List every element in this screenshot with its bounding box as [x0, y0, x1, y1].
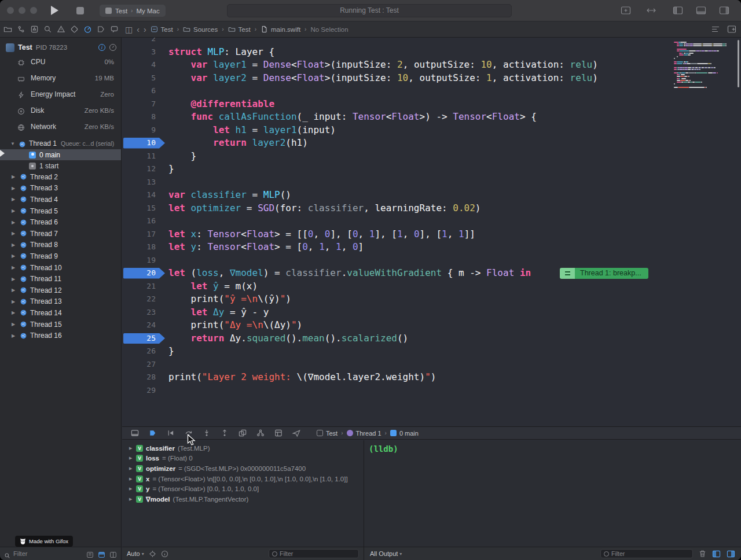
navigator-find-icon[interactable]: [43, 25, 52, 34]
code-line-9[interactable]: 9 let h1 = layer1(input): [122, 124, 741, 137]
code-line-4[interactable]: 4 var layer1 = Dense<Float>(inputSize: 2…: [122, 58, 741, 72]
code-text[interactable]: func callAsFunction(_ input: Tensor<Floa…: [168, 110, 537, 124]
line-number[interactable]: 20: [122, 267, 156, 280]
navigator-reports-icon[interactable]: [110, 25, 119, 34]
navigator-breakpoints-icon[interactable]: [97, 25, 105, 34]
disclosure-right-icon[interactable]: ▶: [12, 197, 17, 202]
scheme-selector[interactable]: Test › My Mac: [100, 5, 166, 17]
line-number[interactable]: 5: [122, 72, 156, 85]
line-number[interactable]: 23: [122, 306, 156, 319]
line-number[interactable]: 11: [122, 150, 156, 163]
editor-focus-icon[interactable]: [646, 6, 656, 15]
line-number[interactable]: 21: [122, 280, 156, 293]
disclosure-right-icon[interactable]: ▶: [12, 277, 17, 282]
disclosure-right-icon[interactable]: ▶: [12, 322, 17, 327]
disclosure-right-icon[interactable]: ▶: [12, 208, 17, 213]
console-filter-field[interactable]: [600, 549, 693, 558]
code-text[interactable]: let ŷ = m(x): [168, 280, 258, 293]
disclosure-right-icon[interactable]: ▶: [12, 242, 17, 248]
navigator-filter-input[interactable]: [13, 550, 65, 557]
gauge-icon[interactable]: [109, 44, 116, 51]
variable-row[interactable]: ▶Voptimizer= (SGD<Test.MLP>) 0x000000011…: [122, 463, 364, 474]
code-line-27[interactable]: 27: [122, 358, 741, 371]
code-text[interactable]: let optimizer = SGD(for: classifier, lea…: [168, 202, 480, 215]
minimap[interactable]: [668, 38, 741, 426]
code-line-23[interactable]: 23 let Δy = ŷ - y: [122, 306, 741, 319]
line-number[interactable]: 16: [122, 215, 156, 228]
line-number[interactable]: 13: [122, 176, 156, 189]
sidebar-item-thread-5[interactable]: ▶Thread 5: [0, 205, 121, 217]
breakpoint-badge-icon[interactable]: [560, 268, 575, 279]
gauge-row-memory[interactable]: Memory19 MB: [0, 70, 121, 86]
code-line-16[interactable]: 16: [122, 215, 741, 228]
disclosure-down-icon[interactable]: ▼: [10, 141, 16, 146]
code-text[interactable]: let y: Tensor<Float> = [0, 1, 1, 0]: [168, 241, 364, 254]
code-line-12[interactable]: 12}: [122, 163, 741, 176]
code-line-28[interactable]: 28print("Layer 2 weight: \(∇model.layer2…: [122, 371, 741, 384]
code-line-25[interactable]: 25 return Δy.squared().mean().scalarized…: [122, 332, 741, 345]
sidebar-item-thread-12[interactable]: ▶Thread 12: [0, 285, 121, 296]
code-text[interactable]: }: [168, 163, 174, 176]
code-line-20[interactable]: 20let (loss, ∇model) = classifier.valueW…: [122, 267, 741, 280]
sidebar-item-thread-9[interactable]: ▶Thread 9: [0, 250, 121, 262]
line-number[interactable]: 9: [122, 124, 156, 137]
back-icon[interactable]: ‹: [137, 25, 140, 34]
line-number[interactable]: 22: [122, 293, 156, 306]
disclosure-right-icon[interactable]: ▶: [12, 310, 17, 315]
info-icon[interactable]: i: [98, 44, 105, 51]
toggle-debug-area-icon[interactable]: [696, 6, 706, 15]
line-number[interactable]: 24: [122, 319, 156, 332]
console-filter-input[interactable]: [611, 550, 675, 557]
sidebar-item-thread-11[interactable]: ▶Thread 11: [0, 273, 121, 285]
disclosure-right-icon[interactable]: ▶: [129, 446, 135, 451]
line-number[interactable]: 8: [122, 110, 156, 124]
step-into-icon[interactable]: [202, 429, 211, 437]
line-number[interactable]: 7: [122, 98, 156, 111]
code-text[interactable]: let (loss, ∇model) = classifier.valueWit…: [168, 267, 531, 280]
line-number[interactable]: 19: [122, 254, 156, 267]
code-line-10[interactable]: 10 return layer2(h1): [122, 137, 741, 150]
disclosure-right-icon[interactable]: ▶: [12, 265, 17, 270]
code-line-18[interactable]: 18let y: Tensor<Float> = [0, 1, 1, 0]: [122, 241, 741, 254]
debug-jump-item[interactable]: Test: [317, 430, 338, 437]
code-text[interactable]: let h1 = layer1(input): [168, 124, 336, 137]
add-editor-icon[interactable]: [621, 6, 631, 15]
source-editor[interactable]: 23struct MLP: Layer {4 var layer1 = Dens…: [122, 38, 741, 426]
disclosure-right-icon[interactable]: ▶: [129, 487, 135, 491]
stack-frame-1[interactable]: 1 start: [0, 160, 121, 171]
code-text[interactable]: var layer1 = Dense<Float>(inputSize: 2, …: [168, 58, 598, 72]
gauge-row-energy-impact[interactable]: Energy ImpactZero: [0, 86, 121, 102]
variable-row[interactable]: ▶Vy= (Tensor<Float>) [0.0, 1.0, 1.0, 0.0…: [122, 484, 364, 494]
code-line-2[interactable]: 2: [122, 38, 741, 46]
toggle-inspector-icon[interactable]: [719, 6, 729, 15]
breadcrumb-item[interactable]: Test: [228, 25, 251, 33]
add-editor-split-icon[interactable]: [727, 25, 736, 34]
breadcrumb-item[interactable]: Sources: [183, 25, 218, 33]
sidebar-item-thread-16[interactable]: ▶Thread 16: [0, 330, 121, 341]
breakpoint-hit-badge[interactable]: Thread 1: breakp...: [560, 268, 648, 279]
code-text[interactable]: @differentiable: [168, 98, 274, 111]
disclosure-right-icon[interactable]: ▶: [12, 174, 17, 179]
code-line-22[interactable]: 22 print("ŷ =\n\(ŷ)"): [122, 293, 741, 306]
toggle-navigator-icon[interactable]: [673, 6, 683, 15]
debug-jump-bar[interactable]: Test›Thread 1›0 main: [317, 430, 419, 437]
breadcrumb-item[interactable]: Test: [151, 25, 173, 33]
navigator-symbols-icon[interactable]: [30, 25, 39, 34]
disclosure-right-icon[interactable]: ▶: [12, 231, 17, 236]
disclosure-right-icon[interactable]: ▶: [12, 299, 17, 304]
line-number[interactable]: 26: [122, 345, 156, 358]
navigator-project-icon[interactable]: [3, 25, 12, 34]
code-text[interactable]: }: [168, 345, 174, 358]
line-number[interactable]: 10: [122, 137, 156, 150]
code-text[interactable]: var layer2 = Dense<Float>(inputSize: 10,…: [168, 72, 598, 85]
code-line-13[interactable]: 13: [122, 176, 741, 189]
zoom-window-button[interactable]: [30, 7, 37, 14]
gauge-row-cpu[interactable]: CPU0%: [0, 54, 121, 70]
gauge-row-disk[interactable]: DiskZero KB/s: [0, 102, 121, 119]
view-hierarchy-icon[interactable]: [238, 429, 247, 437]
clear-console-icon[interactable]: [699, 550, 706, 558]
breadcrumb[interactable]: Test›Sources›Test›main.swift›No Selectio…: [151, 25, 349, 33]
code-line-26[interactable]: 26}: [122, 345, 741, 358]
disclosure-right-icon[interactable]: ▶: [12, 186, 17, 191]
debug-jump-item[interactable]: Thread 1: [347, 430, 381, 437]
